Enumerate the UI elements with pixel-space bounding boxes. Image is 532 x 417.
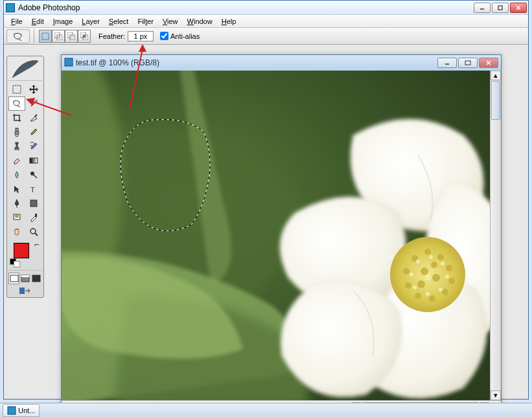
svg-rect-34	[30, 200, 37, 207]
selection-intersect[interactable]	[78, 30, 91, 43]
foreground-color[interactable]	[14, 243, 29, 258]
swap-colors-icon[interactable]: ⤺	[34, 242, 40, 248]
menu-filter[interactable]: Filter	[133, 16, 157, 27]
svg-point-73	[413, 286, 417, 289]
document-titlebar[interactable]: test.tif @ 100% (RGB/8)	[62, 55, 501, 71]
type-tool[interactable]: T	[25, 182, 42, 196]
vertical-scrollbar[interactable]: ▴ ▾	[490, 71, 501, 400]
options-bar: Feather: Anti-alias	[4, 28, 528, 45]
svg-rect-48	[465, 61, 470, 65]
fullscreen-menubar-mode[interactable]	[19, 273, 30, 284]
menu-layer[interactable]: Layer	[77, 16, 104, 27]
svg-rect-15	[13, 85, 21, 93]
path-selection-tool[interactable]	[8, 182, 25, 196]
svg-point-25	[16, 134, 18, 137]
scroll-down-arrow[interactable]: ▾	[491, 390, 501, 400]
svg-line-20	[37, 100, 38, 100]
menu-image[interactable]: Image	[49, 16, 78, 27]
doc-close-button[interactable]	[479, 58, 498, 68]
svg-rect-14	[83, 35, 86, 38]
clone-stamp-tool[interactable]	[8, 139, 25, 153]
doc-minimize-button[interactable]	[437, 58, 457, 68]
hand-tool[interactable]	[8, 225, 25, 239]
move-tool[interactable]	[25, 82, 42, 96]
separator	[34, 29, 38, 43]
marquee-tool[interactable]	[8, 82, 25, 96]
svg-point-60	[415, 293, 421, 299]
jump-to-imageready[interactable]	[8, 286, 42, 296]
os-taskbar: Unt...	[0, 403, 532, 417]
menu-file[interactable]: Filedocument.currentScript.previousEleme…	[6, 16, 27, 27]
selection-add[interactable]	[52, 30, 65, 43]
svg-rect-38	[35, 214, 37, 217]
svg-rect-11	[70, 35, 75, 40]
svg-line-31	[34, 175, 37, 178]
fullscreen-mode[interactable]	[31, 273, 42, 284]
svg-rect-41	[10, 275, 18, 282]
crop-tool[interactable]	[8, 111, 25, 125]
anti-alias-checkbox[interactable]	[160, 32, 168, 40]
svg-point-65	[417, 280, 425, 288]
svg-point-58	[442, 289, 448, 295]
svg-rect-27	[16, 144, 17, 148]
svg-point-62	[403, 268, 410, 275]
gradient-tool[interactable]	[25, 153, 42, 168]
menu-window[interactable]: Window	[183, 16, 217, 27]
menu-help[interactable]: Help	[217, 16, 241, 27]
svg-point-59	[429, 295, 435, 302]
default-colors-icon[interactable]	[10, 258, 20, 267]
selection-subtract[interactable]	[65, 30, 78, 43]
active-tool-indicator[interactable]	[6, 29, 30, 43]
svg-point-70	[445, 275, 449, 278]
svg-rect-23	[16, 128, 18, 132]
zoom-tool[interactable]	[25, 225, 42, 239]
feather-input[interactable]	[128, 31, 154, 41]
svg-point-67	[416, 260, 420, 264]
svg-point-68	[429, 255, 433, 259]
menu-select[interactable]: Select	[104, 16, 133, 27]
scroll-thumb[interactable]	[491, 81, 500, 120]
svg-line-17	[31, 102, 36, 106]
brush-tool[interactable]	[25, 125, 42, 139]
healing-brush-tool[interactable]	[8, 125, 25, 139]
dodge-tool[interactable]	[25, 168, 42, 182]
history-brush-tool[interactable]	[25, 139, 42, 153]
taskbar-item[interactable]: Unt...	[3, 404, 40, 417]
svg-rect-3	[498, 6, 502, 10]
lasso-tool[interactable]	[8, 96, 25, 111]
svg-point-55	[437, 254, 444, 260]
svg-rect-28	[16, 142, 18, 144]
toolbox: T ⤺	[6, 56, 44, 298]
svg-rect-45	[19, 287, 25, 294]
doc-maximize-button[interactable]	[458, 58, 478, 68]
menu-edit[interactable]: Edit	[27, 16, 49, 27]
anti-alias-label: Anti-alias	[170, 32, 200, 40]
standard-mode[interactable]	[8, 273, 19, 284]
svg-point-64	[432, 274, 440, 282]
menu-view[interactable]: View	[158, 16, 183, 27]
svg-rect-29	[30, 158, 38, 163]
slice-tool[interactable]	[25, 111, 42, 125]
selection-new[interactable]	[39, 30, 52, 43]
magic-wand-tool[interactable]	[25, 96, 42, 111]
toolbox-header	[8, 58, 42, 81]
svg-rect-80	[8, 407, 16, 414]
selection-mode-group	[39, 30, 91, 43]
menubar: Filedocument.currentScript.previousEleme…	[4, 15, 528, 28]
maximize-button[interactable]	[492, 3, 509, 13]
eyedropper-tool[interactable]	[25, 210, 42, 225]
notes-tool[interactable]	[8, 210, 25, 225]
svg-line-19	[35, 100, 36, 100]
close-button[interactable]	[510, 3, 527, 13]
svg-point-57	[448, 278, 455, 284]
minimize-button[interactable]	[474, 3, 491, 13]
pen-tool[interactable]	[8, 196, 25, 210]
app-titlebar[interactable]: Adobe Photoshop	[4, 1, 528, 15]
eraser-tool[interactable]	[8, 153, 25, 168]
document-canvas[interactable]	[62, 71, 490, 400]
shape-tool[interactable]	[25, 196, 42, 210]
scroll-up-arrow[interactable]: ▴	[491, 71, 501, 80]
blur-tool[interactable]	[8, 168, 25, 182]
canvas-image	[62, 71, 490, 400]
svg-rect-46	[65, 58, 73, 66]
